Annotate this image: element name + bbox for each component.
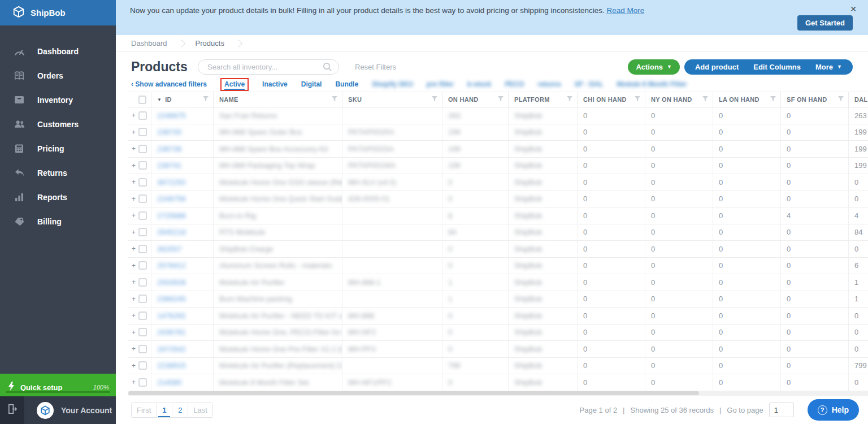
cell-id[interactable]: 2578412: [151, 258, 214, 274]
goto-page-input[interactable]: [769, 403, 794, 417]
filter-icon[interactable]: [635, 96, 640, 103]
sidebar-item-dashboard[interactable]: Dashboard: [0, 39, 116, 63]
cell-id[interactable]: 2725688: [151, 207, 214, 224]
show-advanced-filters-link[interactable]: ‹ Show advanced filters: [131, 80, 207, 88]
product-id-link[interactable]: 2578412: [157, 261, 186, 270]
actions-button[interactable]: Actions ▼: [628, 59, 680, 75]
filter-tab-redacted[interactable]: returns: [538, 80, 561, 88]
row-checkbox[interactable]: [138, 378, 147, 387]
filter-icon[interactable]: [498, 96, 504, 103]
row-expander[interactable]: +: [128, 341, 138, 357]
logout-button[interactable]: [0, 396, 24, 424]
filter-icon[interactable]: [567, 96, 572, 103]
quick-setup[interactable]: Quick setup 100%: [0, 374, 116, 396]
product-id-link[interactable]: 2645218: [157, 228, 186, 236]
column-header-sf[interactable]: SF ON HAND: [781, 92, 849, 107]
row-expander[interactable]: +: [128, 308, 138, 324]
banner-close-icon[interactable]: ✕: [850, 5, 857, 14]
read-more-link[interactable]: Read More: [606, 6, 644, 15]
page-button-first[interactable]: First: [132, 403, 157, 417]
your-account-button[interactable]: Your Account: [24, 396, 116, 424]
row-expander[interactable]: +: [128, 207, 138, 224]
filter-tab-redacted[interactable]: Module 6 Month Filter: [617, 80, 687, 88]
search-input[interactable]: [198, 59, 339, 75]
row-checkbox[interactable]: [138, 178, 147, 187]
reset-filters-button[interactable]: Reset Filters: [355, 63, 396, 71]
row-expander[interactable]: +: [128, 124, 138, 141]
cell-id[interactable]: 2645218: [151, 224, 214, 241]
add-product-button[interactable]: Add product: [688, 59, 746, 75]
filter-icon[interactable]: [770, 96, 776, 103]
product-id-link[interactable]: 2238915: [157, 361, 186, 370]
row-checkbox[interactable]: [138, 128, 147, 136]
sidebar-item-inventory[interactable]: Inventory: [0, 88, 116, 112]
row-checkbox[interactable]: [138, 245, 147, 253]
column-header-chi[interactable]: CHI ON HAND: [578, 92, 645, 107]
cell-id[interactable]: 2246675: [151, 107, 214, 124]
select-all-checkbox[interactable]: [138, 96, 146, 104]
column-header-platform[interactable]: PLATFORM: [509, 92, 578, 107]
row-checkbox[interactable]: [138, 261, 147, 270]
row-checkbox[interactable]: [138, 311, 147, 320]
filter-icon[interactable]: [432, 96, 437, 103]
brand-header[interactable]: ShipBob: [0, 0, 116, 25]
row-checkbox[interactable]: [138, 228, 147, 236]
sidebar-item-reports[interactable]: Reports: [0, 185, 116, 209]
product-id-link[interactable]: 2725688: [157, 211, 186, 220]
cell-id[interactable]: 1476292: [151, 308, 214, 324]
column-header-name[interactable]: NAME: [214, 92, 342, 107]
product-id-link[interactable]: 1672542: [157, 345, 186, 353]
column-header-sku[interactable]: SKU: [342, 92, 442, 107]
filter-tab-redacted[interactable]: PECO: [505, 80, 524, 88]
column-header-dal[interactable]: DAL ON HAND: [849, 92, 868, 107]
row-checkbox[interactable]: [138, 278, 147, 287]
filter-tab-redacted[interactable]: Shopify SKU: [372, 80, 413, 88]
filter-tab-redacted[interactable]: pre filter: [427, 80, 454, 88]
product-id-link[interactable]: 214580: [157, 378, 181, 387]
sidebar-item-billing[interactable]: Billing: [0, 209, 116, 233]
row-expander[interactable]: +: [128, 224, 138, 241]
row-expander[interactable]: +: [128, 258, 138, 274]
column-header-id[interactable]: ▼ID: [151, 92, 214, 107]
product-id-link[interactable]: 238736: [157, 145, 181, 153]
row-checkbox[interactable]: [138, 111, 147, 120]
filter-tab-digital[interactable]: Digital: [301, 80, 322, 88]
column-header-on_hand[interactable]: ON HAND: [442, 92, 509, 107]
page-button-1[interactable]: 1: [157, 403, 172, 417]
row-checkbox[interactable]: [138, 161, 147, 170]
sidebar-item-orders[interactable]: Orders: [0, 63, 116, 88]
cell-id[interactable]: 2366245: [151, 291, 214, 308]
row-expander[interactable]: +: [128, 274, 138, 291]
page-button-2[interactable]: 2: [172, 403, 188, 417]
help-button[interactable]: ? Help: [808, 399, 859, 421]
row-expander[interactable]: +: [128, 191, 138, 207]
row-expander[interactable]: +: [128, 158, 138, 174]
filter-icon[interactable]: [332, 96, 337, 103]
cell-id[interactable]: 2248756: [151, 191, 214, 207]
cell-id[interactable]: 1672542: [151, 341, 214, 357]
filter-tab-inactive[interactable]: Inactive: [262, 80, 288, 88]
product-id-link[interactable]: 362557: [157, 245, 181, 253]
breadcrumb-item-dashboard[interactable]: Dashboard: [131, 39, 167, 47]
row-checkbox[interactable]: [138, 295, 147, 303]
row-expander[interactable]: +: [128, 291, 138, 308]
row-expander[interactable]: +: [128, 358, 138, 374]
row-expander[interactable]: +: [128, 241, 138, 257]
cell-id[interactable]: 214580: [151, 374, 214, 391]
product-id-link[interactable]: 2248756: [157, 194, 186, 203]
cell-id[interactable]: 238741: [151, 158, 214, 174]
filter-tab-redacted[interactable]: SF - DAL: [575, 80, 604, 88]
sidebar-item-customers[interactable]: Customers: [0, 112, 116, 136]
row-checkbox[interactable]: [138, 211, 147, 220]
breadcrumb-item-products[interactable]: Products: [196, 39, 224, 47]
row-expander[interactable]: +: [128, 174, 138, 191]
more-button[interactable]: More ▼: [808, 59, 849, 75]
cell-id[interactable]: 238730: [151, 124, 214, 141]
row-expander[interactable]: +: [128, 374, 138, 391]
get-started-button[interactable]: Get Started: [797, 15, 853, 31]
product-id-link[interactable]: 238741: [157, 161, 181, 170]
cell-id[interactable]: 2436781: [151, 325, 214, 341]
cell-id[interactable]: 238736: [151, 141, 214, 157]
row-checkbox[interactable]: [138, 345, 147, 353]
row-expander[interactable]: +: [128, 107, 138, 124]
